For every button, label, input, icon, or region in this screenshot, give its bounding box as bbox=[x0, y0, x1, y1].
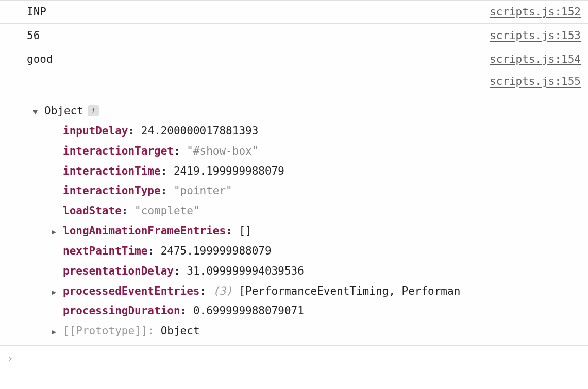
log-message: good bbox=[27, 53, 53, 65]
console-log-row[interactable]: INP scripts.js:152 bbox=[0, 0, 588, 24]
info-icon[interactable]: i bbox=[88, 105, 99, 116]
object-properties: inputDelay: 24.200000017881393 interacti… bbox=[33, 121, 581, 341]
log-message: INP bbox=[27, 6, 46, 18]
console-panel: INP scripts.js:152 56 scripts.js:153 goo… bbox=[0, 0, 588, 370]
property-key: inputDelay bbox=[63, 121, 128, 141]
source-link[interactable]: scripts.js:155 bbox=[490, 75, 581, 88]
property-value: [] bbox=[239, 221, 251, 241]
source-link[interactable]: scripts.js:152 bbox=[490, 6, 581, 18]
property-key: [[Prototype]] bbox=[63, 321, 147, 341]
console-log-row[interactable]: 56 scripts.js:153 bbox=[0, 24, 588, 47]
property-row[interactable]: interactionTime: 2419.199999988079 bbox=[52, 161, 581, 181]
property-key: processingDuration bbox=[63, 301, 180, 321]
property-key: interactionTime bbox=[63, 161, 161, 181]
object-root[interactable]: Object i bbox=[33, 101, 581, 121]
source-link[interactable]: scripts.js:154 bbox=[490, 53, 581, 65]
property-count: (3) bbox=[213, 281, 232, 301]
property-value: Object bbox=[161, 321, 200, 341]
console-log-row[interactable]: good scripts.js:154 bbox=[0, 47, 588, 71]
console-object-row: scripts.js:155 Object i inputDelay: 24.2… bbox=[0, 71, 588, 346]
property-row[interactable]: processingDuration: 0.699999988079071 bbox=[52, 301, 581, 321]
log-message: 56 bbox=[27, 29, 40, 42]
property-key: nextPaintTime bbox=[63, 241, 147, 261]
property-value: "pointer" bbox=[174, 181, 232, 201]
property-row[interactable]: interactionTarget: "#show-box" bbox=[52, 141, 581, 161]
property-row[interactable]: longAnimationFrameEntries: [] bbox=[52, 221, 581, 241]
property-key: processedEventEntries bbox=[63, 281, 200, 301]
property-value: 0.699999988079071 bbox=[193, 301, 304, 321]
property-row[interactable]: nextPaintTime: 2475.199999988079 bbox=[52, 241, 581, 261]
chevron-right-icon: › bbox=[7, 352, 13, 364]
property-value: [PerformanceEventTiming, Performan bbox=[239, 281, 460, 301]
property-value: "#show-box" bbox=[187, 141, 258, 161]
property-row[interactable]: processedEventEntries: (3) [PerformanceE… bbox=[52, 281, 581, 301]
property-key: interactionTarget bbox=[63, 141, 174, 161]
property-row[interactable]: presentationDelay: 31.099999994039536 bbox=[52, 261, 581, 281]
property-key: presentationDelay bbox=[63, 261, 174, 281]
disclosure-triangle-right-icon[interactable] bbox=[52, 225, 63, 240]
property-row[interactable]: interactionType: "pointer" bbox=[52, 181, 581, 201]
disclosure-triangle-down-icon[interactable] bbox=[33, 105, 44, 120]
property-key: loadState bbox=[63, 201, 122, 221]
object-label: Object bbox=[44, 101, 83, 121]
property-value: 2419.199999988079 bbox=[174, 161, 284, 181]
object-tree: Object i inputDelay: 24.200000017881393 … bbox=[27, 88, 581, 341]
property-row[interactable]: loadState: "complete" bbox=[52, 201, 581, 221]
property-value: 24.200000017881393 bbox=[141, 121, 259, 141]
property-key: longAnimationFrameEntries bbox=[63, 221, 226, 241]
console-prompt[interactable]: › bbox=[0, 346, 588, 370]
property-key: interactionType bbox=[63, 181, 161, 201]
property-row[interactable]: inputDelay: 24.200000017881393 bbox=[52, 121, 581, 141]
property-value: "complete" bbox=[135, 201, 199, 221]
object-header-line: scripts.js:155 bbox=[27, 75, 581, 88]
disclosure-triangle-right-icon[interactable] bbox=[52, 285, 63, 300]
property-value: 2475.199999988079 bbox=[161, 241, 272, 261]
source-link[interactable]: scripts.js:153 bbox=[490, 29, 581, 42]
property-row[interactable]: [[Prototype]]: Object bbox=[52, 321, 581, 341]
disclosure-triangle-right-icon[interactable] bbox=[52, 325, 63, 340]
property-value: 31.099999994039536 bbox=[187, 261, 304, 281]
